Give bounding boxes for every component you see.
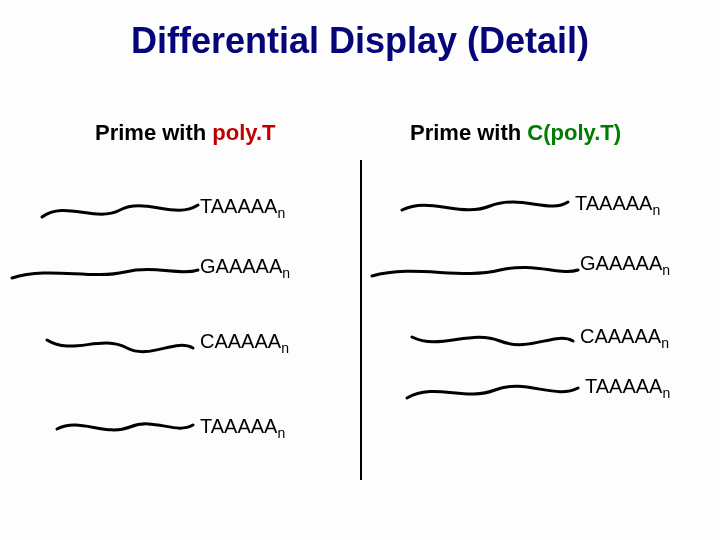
band-label: TAAAAAn [585,375,670,401]
band-label: TAAAAAn [575,192,660,218]
band-squiggle-icon [370,258,580,283]
band-squiggle-icon [10,258,200,283]
band-squiggle-icon [40,195,200,225]
right-column-heading: Prime with C(poly.T) [410,120,621,146]
page-title: Differential Display (Detail) [0,20,720,62]
band-squiggle-icon [55,415,195,440]
band-label: CAAAAAn [200,330,289,356]
left-heading-prefix: Prime with [95,120,212,145]
band-label: GAAAAAn [580,252,670,278]
right-heading-term: C(poly.T) [527,120,621,145]
band-label: CAAAAAn [580,325,669,351]
band-label: TAAAAAn [200,195,285,221]
band-label: TAAAAAn [200,415,285,441]
vertical-divider [360,160,362,480]
left-heading-term: poly.T [212,120,275,145]
band-squiggle-icon [45,330,195,358]
left-column-heading: Prime with poly.T [95,120,276,146]
band-squiggle-icon [400,192,570,222]
band-squiggle-icon [405,378,580,406]
right-heading-prefix: Prime with [410,120,527,145]
band-squiggle-icon [410,325,575,353]
band-label: GAAAAAn [200,255,290,281]
